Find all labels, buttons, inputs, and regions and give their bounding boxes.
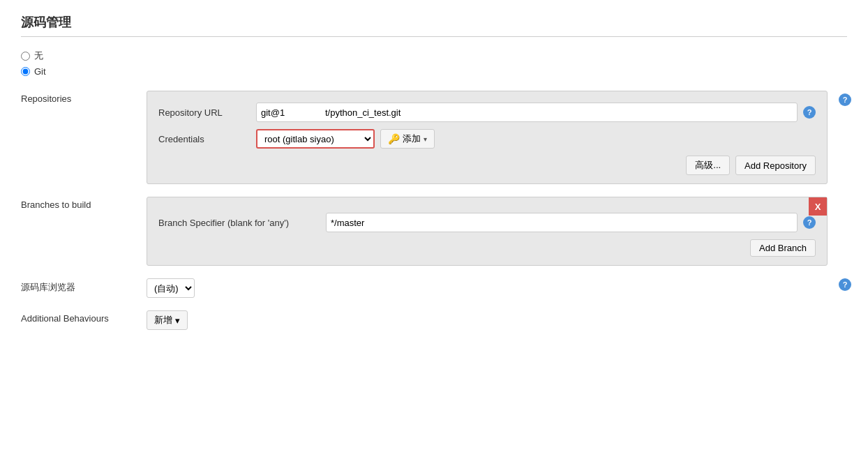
branch-specifier-input[interactable] — [326, 213, 798, 232]
credentials-label: Credentials — [158, 134, 256, 144]
branch-actions: Add Branch — [158, 239, 816, 257]
repo-box: Repository URL ? Credentials root (gitla… — [147, 91, 828, 184]
source-browser-help-icon[interactable]: ? — [839, 278, 851, 291]
scm-none-label[interactable]: 无 — [34, 50, 43, 62]
page-container: 源码管理 无 Git Repositories Repository URL ?… — [0, 0, 868, 452]
repo-url-label: Repository URL — [158, 107, 256, 118]
add-credential-label: 添加 — [403, 133, 421, 145]
branches-box: X Branch Specifier (blank for 'any') ? A… — [147, 197, 828, 266]
credentials-controls: root (gitlab siyao)- none - 🔑 添加 ▾ — [256, 129, 435, 149]
branch-specifier-label: Branch Specifier (blank for 'any') — [158, 218, 326, 228]
additional-behaviours-arrow-icon: ▾ — [175, 315, 180, 326]
scm-git-radio[interactable] — [21, 67, 30, 76]
source-browser-row: 源码库浏览器 (自动) ? — [21, 278, 847, 298]
repo-actions: 高级... Add Repository — [158, 156, 816, 175]
repo-url-help-icon[interactable]: ? — [803, 106, 816, 119]
add-credential-arrow-icon: ▾ — [424, 135, 427, 143]
add-credential-button[interactable]: 🔑 添加 ▾ — [380, 129, 435, 149]
source-browser-select[interactable]: (自动) — [147, 278, 195, 298]
delete-branch-button[interactable]: X — [809, 197, 827, 216]
additional-behaviours-row: Additional Behaviours 新增 ▾ — [21, 310, 847, 330]
source-browser-label: 源码库浏览器 — [21, 278, 147, 294]
repositories-label: Repositories — [21, 91, 147, 104]
credentials-row: Credentials root (gitlab siyao)- none - … — [158, 129, 816, 149]
radio-none: 无 — [21, 50, 847, 62]
add-repository-button[interactable]: Add Repository — [735, 156, 816, 175]
radio-git: Git — [21, 66, 847, 77]
credentials-select[interactable]: root (gitlab siyao)- none - — [256, 129, 375, 149]
source-browser-content: (自动) — [147, 278, 828, 298]
advanced-button[interactable]: 高级... — [686, 156, 730, 175]
branches-content: X Branch Specifier (blank for 'any') ? A… — [147, 197, 828, 266]
additional-behaviours-add-button[interactable]: 新增 ▾ — [147, 310, 188, 330]
additional-behaviours-content: 新增 ▾ — [147, 310, 847, 330]
scm-git-label[interactable]: Git — [34, 66, 46, 77]
scm-none-radio[interactable] — [21, 52, 30, 61]
key-icon: 🔑 — [388, 133, 400, 144]
page-title: 源码管理 — [21, 14, 847, 37]
branches-row: Branches to build X Branch Specifier (bl… — [21, 197, 847, 266]
additional-behaviours-add-label: 新增 — [154, 314, 172, 326]
repo-url-row: Repository URL ? — [158, 103, 816, 122]
branch-specifier-row: Branch Specifier (blank for 'any') ? — [158, 213, 816, 232]
additional-behaviours-label: Additional Behaviours — [21, 310, 147, 324]
repo-outer-help-wrapper: ? — [828, 91, 847, 106]
branches-label: Branches to build — [21, 197, 147, 210]
source-browser-help-wrapper: ? — [828, 278, 847, 291]
repositories-row: Repositories Repository URL ? Credential… — [21, 91, 847, 184]
repositories-help-icon[interactable]: ? — [839, 93, 851, 106]
add-branch-button[interactable]: Add Branch — [750, 239, 816, 257]
repo-url-input[interactable] — [256, 103, 798, 122]
branch-specifier-help-icon[interactable]: ? — [803, 216, 816, 229]
repositories-content: Repository URL ? Credentials root (gitla… — [147, 91, 828, 184]
